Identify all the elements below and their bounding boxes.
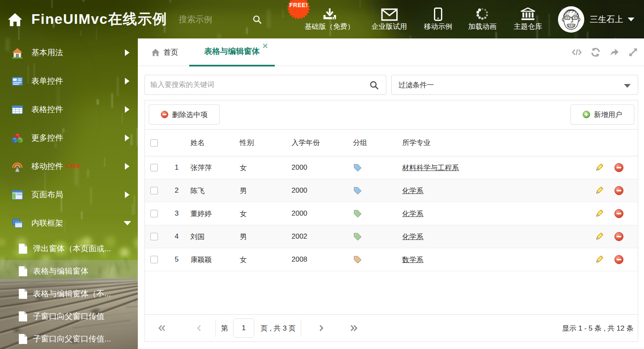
corp-badge: Corp. (66, 162, 82, 169)
row-number: 4 (169, 232, 184, 241)
tag-icon (353, 209, 362, 218)
major-link[interactable]: 化学系 (402, 210, 423, 218)
close-icon[interactable]: ✕ (262, 43, 268, 50)
edit-icon[interactable] (595, 163, 604, 172)
major-link[interactable]: 材料科学与工程系 (402, 164, 459, 172)
sidebar-item-basic-usage[interactable]: 基本用法 (0, 38, 138, 67)
tab-toolbar (572, 38, 638, 66)
chevron-right-icon (125, 163, 129, 170)
delete-icon[interactable] (614, 163, 624, 172)
first-page-icon[interactable] (157, 324, 167, 333)
search-icon[interactable] (252, 14, 262, 25)
pager-divider (301, 319, 301, 337)
tab-home[interactable]: 首页 (151, 38, 178, 66)
col-group: 分组 (347, 138, 393, 148)
sidebar-subitem-child-to-parent-2[interactable]: 子窗口向父窗口传值... (0, 328, 138, 349)
refresh-icon[interactable] (591, 47, 601, 57)
nav-loading-animation[interactable]: 加载动画 (468, 0, 497, 38)
pagination-bar: 第 页 , 共 3 页 显示 1 - 5 条 , 共 12 条 (145, 314, 638, 341)
row-checkbox[interactable] (150, 187, 158, 194)
nav-label: 主题仓库 (514, 22, 542, 31)
sidebar-subitem-grid-edit-window-2[interactable]: 表格与编辑窗体（不... (0, 283, 138, 305)
cell-group (347, 163, 393, 172)
spinner-icon (475, 0, 489, 21)
sidebar-item-form-controls[interactable]: 表单控件 (0, 67, 138, 95)
search-icon[interactable] (369, 80, 379, 90)
edit-icon[interactable] (595, 186, 604, 195)
user-menu[interactable]: 三生石上 (558, 0, 634, 38)
row-checkbox[interactable] (150, 210, 158, 217)
cell-gender: 女 (233, 255, 284, 265)
plus-circle-icon (583, 111, 590, 118)
expand-icon[interactable] (628, 47, 638, 57)
cell-actions (589, 186, 638, 195)
file-icon (18, 334, 28, 344)
table-row-chen-fei: 2 陈飞 男 2000 化学系 (145, 179, 638, 202)
header-search (179, 12, 262, 27)
major-link[interactable]: 化学系 (402, 233, 423, 241)
cell-major: 化学系 (393, 232, 589, 242)
row-number: 5 (169, 255, 184, 264)
table-row-liu-guo: 4 刘国 男 2002 化学系 (145, 225, 638, 248)
cell-name: 刘国 (184, 232, 233, 242)
page-content: 过滤条件一 删除选中项 (138, 66, 644, 349)
select-all-checkbox[interactable] (150, 139, 158, 147)
edit-icon[interactable] (595, 255, 604, 264)
tag-icon (353, 255, 362, 264)
source-code-icon[interactable] (572, 47, 582, 57)
sidebar-item-grid-controls[interactable]: 表格控件 (0, 95, 138, 124)
home-icon (151, 48, 160, 56)
header-search-input[interactable] (179, 12, 246, 27)
row-checkbox[interactable] (150, 233, 158, 240)
nav-enterprise-trial[interactable]: 企业版试用 (372, 0, 407, 38)
share-icon[interactable] (609, 47, 619, 57)
filter-dropdown[interactable]: 过滤条件一 (391, 75, 638, 95)
chevron-right-icon (125, 49, 129, 56)
house-icon (12, 47, 23, 59)
filter-value: 过滤条件一 (398, 80, 434, 90)
add-user-button[interactable]: 新增用户 (570, 104, 634, 125)
sidebar-subitem-popup-window[interactable]: 弹出窗体（本页面或... (0, 237, 138, 260)
edit-icon[interactable] (595, 209, 604, 218)
delete-selected-button[interactable]: 删除选中项 (149, 104, 220, 125)
sidebar-subitem-child-to-parent[interactable]: 子窗口向父窗口传值 (0, 305, 138, 328)
delete-icon[interactable] (614, 232, 624, 241)
chevron-down-icon (124, 221, 131, 225)
download-icon (322, 0, 337, 21)
sidebar-item-mobile-controls[interactable]: 移动控件 Corp. (0, 152, 138, 181)
row-checkbox[interactable] (150, 164, 158, 171)
nav-theme-repo[interactable]: 主题仓库 (514, 0, 542, 38)
signal-icon (12, 161, 23, 172)
sidebar-subitem-grid-edit-window[interactable]: 表格与编辑窗体 (0, 260, 138, 283)
sidebar-item-more-controls[interactable]: 更多控件 (0, 124, 138, 152)
mobile-icon (434, 0, 442, 21)
bank-icon (520, 0, 535, 21)
row-checkbox[interactable] (150, 256, 158, 263)
brand[interactable]: FineUIMvc在线示例 (7, 0, 167, 38)
sidebar-item-iframe[interactable]: 内联框架 (0, 209, 138, 237)
sidebar-item-label: 内联框架 (31, 218, 63, 229)
cell-gender: 男 (233, 232, 284, 242)
keyword-search (145, 75, 386, 95)
tab-grid-edit-window[interactable]: 表格与编辑窗体 ✕ (189, 38, 275, 66)
delete-icon[interactable] (614, 255, 624, 264)
nav-basic-free[interactable]: 基础版（免费） (305, 0, 355, 38)
next-page-icon[interactable] (317, 324, 326, 333)
prev-page-icon[interactable] (195, 324, 204, 333)
sidebar-item-page-layout[interactable]: 页面布局 (0, 181, 138, 209)
table-icon (12, 104, 23, 115)
last-page-icon[interactable] (349, 324, 358, 333)
major-link[interactable]: 数学系 (402, 256, 423, 264)
delete-icon[interactable] (614, 186, 624, 195)
sidebar-subitem-label: 表格与编辑窗体（不... (33, 288, 111, 299)
major-link[interactable]: 化学系 (402, 187, 423, 195)
delete-icon[interactable] (614, 209, 624, 218)
page-number-input[interactable] (233, 318, 254, 338)
grid-toolbar: 删除选中项 新增用户 (145, 100, 638, 130)
keyword-search-input[interactable] (145, 75, 366, 94)
home-icon (7, 13, 23, 27)
tab-active-label: 表格与编辑窗体 (204, 46, 260, 57)
nav-mobile-demo[interactable]: 移动示例 (424, 0, 452, 38)
edit-icon[interactable] (595, 232, 604, 241)
file-icon (18, 243, 28, 254)
